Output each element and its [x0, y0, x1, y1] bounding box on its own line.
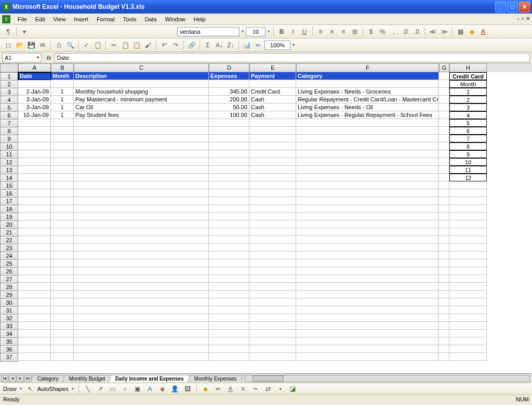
cell[interactable] [209, 236, 249, 244]
cell[interactable] [74, 189, 209, 197]
cell[interactable] [74, 174, 209, 181]
menu-format[interactable]: Format [92, 15, 119, 23]
cell[interactable] [18, 337, 51, 345]
cell[interactable] [449, 220, 487, 228]
cell[interactable]: 3-Jan-09 [18, 103, 51, 111]
cell[interactable] [249, 158, 296, 166]
menu-view[interactable]: View [49, 15, 70, 23]
cell[interactable] [51, 275, 74, 283]
italic-button[interactable]: I [288, 27, 298, 37]
cell[interactable] [249, 252, 296, 259]
new-button[interactable]: ◻ [3, 40, 14, 50]
cell[interactable] [249, 322, 296, 330]
cell[interactable] [18, 345, 51, 353]
cell[interactable] [449, 236, 487, 244]
line-color-button[interactable]: ✏ [213, 384, 223, 394]
cell[interactable] [249, 267, 296, 275]
select-objects-button[interactable]: ↖ [25, 384, 35, 394]
cell[interactable] [51, 267, 74, 275]
cell[interactable] [74, 236, 209, 244]
cell[interactable] [209, 322, 249, 330]
cell[interactable] [439, 158, 449, 166]
cell[interactable] [439, 345, 449, 353]
cell[interactable] [209, 174, 249, 181]
mail-button[interactable]: ✉ [37, 40, 48, 50]
cell[interactable] [249, 80, 296, 88]
cell[interactable] [249, 259, 296, 267]
cell[interactable] [249, 337, 296, 345]
cell[interactable] [449, 314, 487, 322]
cell[interactable] [249, 236, 296, 244]
underline-button[interactable]: U [299, 27, 310, 37]
cell[interactable] [249, 135, 296, 142]
cell[interactable] [209, 353, 249, 361]
cell[interactable] [18, 244, 51, 252]
cell[interactable] [209, 158, 249, 166]
cell[interactable] [51, 197, 74, 205]
cell[interactable] [439, 283, 449, 291]
arrow-style-button[interactable]: ⇄ [263, 384, 273, 394]
cell[interactable]: Category [296, 72, 439, 80]
cell[interactable] [296, 252, 439, 259]
cell[interactable] [209, 142, 249, 150]
horizontal-scrollbar[interactable] [245, 375, 530, 382]
cell[interactable]: Payment [249, 72, 296, 80]
cell[interactable] [439, 166, 449, 174]
cell[interactable] [439, 150, 449, 158]
cell[interactable] [439, 142, 449, 150]
col-header-C[interactable]: C [74, 63, 209, 72]
cell[interactable]: 6 [449, 127, 487, 135]
cell[interactable] [74, 181, 209, 189]
spelling-button[interactable]: ✓ [81, 40, 91, 50]
cell[interactable] [51, 189, 74, 197]
cell[interactable]: 12 [449, 174, 487, 181]
cell[interactable] [296, 267, 439, 275]
cell[interactable] [51, 228, 74, 236]
cell[interactable] [439, 267, 449, 275]
fill-color-button[interactable]: ◆ [467, 27, 477, 37]
cell[interactable] [439, 181, 449, 189]
cell[interactable] [439, 337, 449, 345]
comma-button[interactable]: , [389, 27, 399, 37]
cell[interactable] [51, 283, 74, 291]
cell[interactable]: 3-Jan-09 [18, 96, 51, 103]
cell[interactable] [51, 322, 74, 330]
cell[interactable] [439, 111, 449, 119]
chart-wizard-button[interactable]: 📊 [242, 40, 252, 50]
cell[interactable] [18, 220, 51, 228]
cell[interactable]: 200.00 [209, 96, 249, 103]
cell[interactable] [249, 174, 296, 181]
cell[interactable]: 50.00 [209, 103, 249, 111]
col-header-D[interactable]: D [209, 63, 249, 72]
borders-button[interactable]: ▦ [455, 27, 466, 37]
cell[interactable] [74, 119, 209, 127]
copy-button[interactable]: 📋 [120, 40, 130, 50]
cell[interactable] [296, 135, 439, 142]
cell[interactable] [249, 298, 296, 306]
cell[interactable] [18, 267, 51, 275]
sort-desc-button[interactable]: Z↓ [225, 40, 236, 50]
cell[interactable] [439, 119, 449, 127]
cell[interactable] [249, 119, 296, 127]
cell[interactable] [51, 158, 74, 166]
autosum-button[interactable]: Σ [203, 40, 213, 50]
cell[interactable] [249, 353, 296, 361]
col-header-B[interactable]: B [51, 63, 74, 72]
cell[interactable] [449, 345, 487, 353]
cell[interactable]: Month [51, 72, 74, 80]
chevron-down-icon[interactable]: ▾ [267, 29, 271, 34]
cell[interactable] [209, 267, 249, 275]
cell[interactable] [296, 228, 439, 236]
cell[interactable] [209, 244, 249, 252]
cell[interactable] [249, 181, 296, 189]
cell[interactable] [209, 228, 249, 236]
cell[interactable]: Car Oil [74, 103, 209, 111]
menu-insert[interactable]: Insert [70, 15, 92, 23]
cell[interactable] [296, 275, 439, 283]
cell[interactable]: Credit Card [249, 88, 296, 96]
cell[interactable] [209, 119, 249, 127]
cell[interactable] [296, 189, 439, 197]
cell[interactable]: 2 [449, 96, 487, 103]
cell[interactable] [249, 283, 296, 291]
tab-category[interactable]: Category [31, 375, 65, 382]
